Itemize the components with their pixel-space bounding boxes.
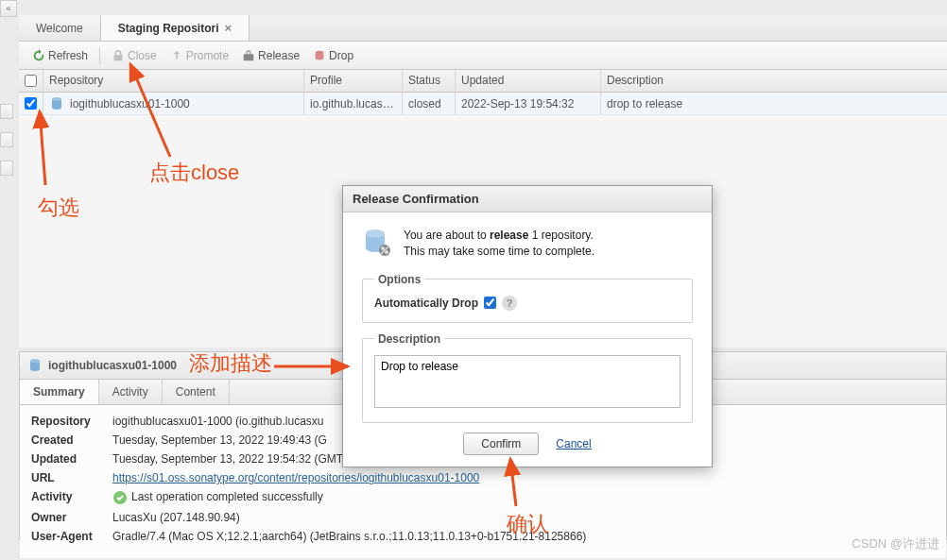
val-created: Tuesday, September 13, 2022 19:49:43 (G xyxy=(112,433,327,447)
row-profile: io.github.lucas… xyxy=(310,97,394,110)
release-confirmation-dialog: Release Confirmation You are about to re… xyxy=(342,185,713,467)
auto-drop-checkbox[interactable] xyxy=(484,297,496,309)
tab-welcome-label: Welcome xyxy=(36,22,83,35)
drop-icon xyxy=(313,49,326,62)
tab-staging[interactable]: Staging Repositori × xyxy=(101,15,250,41)
tab-content[interactable]: Content xyxy=(163,380,230,404)
database-icon xyxy=(362,228,392,258)
col-description[interactable]: Description xyxy=(601,70,947,92)
val-owner: LucasXu (207.148.90.94) xyxy=(112,511,240,524)
val-activity: Last operation completed successfully xyxy=(112,490,323,505)
tab-activity[interactable]: Activity xyxy=(99,380,163,404)
lock-icon xyxy=(112,49,125,62)
label-activity: Activity xyxy=(31,490,112,505)
col-repository[interactable]: Repository xyxy=(43,70,304,92)
options-fieldset: Options Automatically Drop ? xyxy=(362,273,693,323)
grid-header: Repository Profile Status Updated Descri… xyxy=(19,70,947,93)
side-control-2[interactable] xyxy=(0,132,13,147)
label-url: URL xyxy=(31,471,112,484)
tab-staging-label: Staging Repositori xyxy=(118,22,219,35)
description-legend: Description xyxy=(374,332,444,346)
promote-label: Promote xyxy=(186,49,229,62)
val-useragent: Gradle/7.4 (Mac OS X;12.2.1;aarch64) (Je… xyxy=(112,530,586,543)
label-useragent: User-Agent xyxy=(31,530,112,543)
success-icon xyxy=(112,490,128,505)
svg-point-1 xyxy=(316,50,324,54)
auto-drop-label: Automatically Drop xyxy=(374,297,478,310)
confirm-button[interactable]: Confirm xyxy=(463,433,539,455)
help-icon[interactable]: ? xyxy=(502,296,517,311)
col-profile[interactable]: Profile xyxy=(304,70,403,92)
row-checkbox[interactable] xyxy=(25,97,37,110)
repository-icon xyxy=(27,358,43,373)
drop-button[interactable]: Drop xyxy=(307,46,359,65)
tab-welcome[interactable]: Welcome xyxy=(19,15,101,41)
svg-point-2 xyxy=(52,97,61,101)
drop-label: Drop xyxy=(329,49,353,62)
details-title-text: iogithublucasxu01-1000 xyxy=(48,359,177,372)
close-label: Close xyxy=(128,49,157,62)
close-icon[interactable]: × xyxy=(224,21,232,35)
row-updated: 2022-Sep-13 19:54:32 xyxy=(461,97,574,110)
close-button[interactable]: Close xyxy=(106,46,163,65)
refresh-button[interactable]: Refresh xyxy=(26,46,94,65)
val-url[interactable]: https://s01.oss.sonatype.org/content/rep… xyxy=(112,471,479,484)
val-updated: Tuesday, September 13, 2022 19:54:32 (GM… xyxy=(112,452,379,466)
description-input[interactable] xyxy=(374,355,680,408)
dialog-title: Release Confirmation xyxy=(343,186,712,212)
side-control-3[interactable] xyxy=(0,161,13,176)
table-row[interactable]: iogithublucasxu01-1000 io.github.lucas… … xyxy=(19,93,947,115)
label-updated: Updated xyxy=(31,452,112,466)
select-all-checkbox[interactable] xyxy=(25,75,37,87)
tab-bar: Welcome Staging Repositori × xyxy=(19,15,947,42)
label-owner: Owner xyxy=(31,511,112,524)
release-icon xyxy=(242,49,255,62)
dialog-intro: You are about to release 1 repository. T… xyxy=(404,228,594,260)
row-repo: iogithublucasxu01-1000 xyxy=(70,97,190,110)
release-button[interactable]: Release xyxy=(236,46,305,65)
svg-point-8 xyxy=(385,250,388,254)
svg-rect-0 xyxy=(244,54,254,60)
refresh-label: Refresh xyxy=(48,49,88,62)
svg-point-5 xyxy=(366,229,385,237)
promote-icon xyxy=(170,49,183,62)
toolbar: Refresh Close Promote Release Drop xyxy=(19,42,947,70)
col-status[interactable]: Status xyxy=(403,70,456,92)
label-repository: Repository xyxy=(31,415,112,428)
row-desc: drop to release xyxy=(607,97,682,110)
refresh-icon xyxy=(32,49,45,62)
tab-summary[interactable]: Summary xyxy=(20,380,99,404)
cancel-button[interactable]: Cancel xyxy=(556,437,591,450)
val-repository: iogithublucasxu01-1000 (io.github.lucasx… xyxy=(112,415,323,428)
description-fieldset: Description xyxy=(362,332,693,423)
collapse-panel-button[interactable]: « xyxy=(0,0,17,17)
promote-button[interactable]: Promote xyxy=(164,46,234,65)
svg-point-7 xyxy=(381,246,385,250)
col-updated[interactable]: Updated xyxy=(456,70,601,92)
svg-point-3 xyxy=(30,359,40,363)
options-legend: Options xyxy=(374,273,424,286)
release-label: Release xyxy=(258,49,300,62)
label-created: Created xyxy=(31,433,112,447)
repository-icon xyxy=(49,96,64,111)
row-status: closed xyxy=(408,97,441,110)
watermark: CSDN @许进进 xyxy=(852,535,939,552)
side-control-1[interactable] xyxy=(0,104,13,119)
